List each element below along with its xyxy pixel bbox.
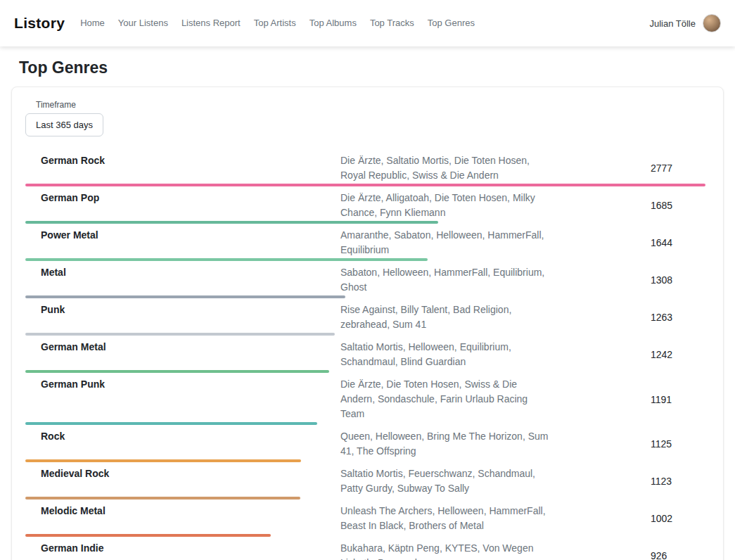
genre-row: RockQueen, Helloween, Bring Me The Horiz…: [25, 425, 705, 462]
genre-row: Power MetalAmaranthe, Sabaton, Helloween…: [25, 224, 705, 261]
genre-row: Melodic MetalUnleash The Archers, Hellow…: [25, 499, 705, 537]
genre-row: German RockDie Ärzte, Saltatio Mortis, D…: [25, 149, 705, 186]
timeframe-label: Timeframe: [36, 100, 705, 110]
nav-link-top-tracks[interactable]: Top Tracks: [370, 0, 414, 46]
genre-artists: Die Ärzte, Die Toten Hosen, Swiss & Die …: [340, 377, 551, 421]
genre-count: 926: [651, 550, 705, 560]
genre-row: German PunkDie Ärzte, Die Toten Hosen, S…: [25, 373, 705, 425]
genre-artists: Sabaton, Helloween, HammerFall, Equilibr…: [340, 265, 551, 295]
genre-row: German PopDie Ärzte, Alligatoah, Die Tot…: [25, 186, 705, 224]
nav-link-home[interactable]: Home: [80, 0, 105, 46]
main-content: Top Genres Timeframe Last 365 days Germa…: [0, 46, 735, 560]
genre-name: German Pop: [25, 191, 340, 220]
genre-artists: Die Ärzte, Alligatoah, Die Toten Hosen, …: [340, 191, 551, 220]
genre-table: German RockDie Ärzte, Saltatio Mortis, D…: [25, 149, 705, 560]
genre-artists: Rise Against, Billy Talent, Bad Religion…: [340, 303, 551, 332]
genre-row: PunkRise Against, Billy Talent, Bad Reli…: [25, 298, 705, 336]
genre-name: Medieval Rock: [25, 466, 340, 496]
genre-count: 1242: [651, 349, 705, 360]
genre-count: 2777: [651, 163, 705, 174]
genre-artists: Amaranthe, Sabaton, Helloween, HammerFal…: [340, 228, 551, 257]
nav-link-top-albums[interactable]: Top Albums: [309, 0, 357, 46]
genre-name: Melodic Metal: [25, 504, 340, 533]
genre-artists: Unleash The Archers, Helloween, HammerFa…: [340, 504, 551, 533]
genre-row: MetalSabaton, Helloween, HammerFall, Equ…: [25, 261, 705, 298]
genre-artists: Saltatio Mortis, Feuerschwanz, Schandmau…: [340, 466, 551, 496]
genre-row: Medieval RockSaltatio Mortis, Feuerschwa…: [25, 462, 705, 499]
genre-count: 1644: [651, 237, 705, 248]
brand-logo[interactable]: Listory: [14, 15, 65, 32]
user-avatar[interactable]: [703, 14, 721, 32]
genre-artists: Die Ärzte, Saltatio Mortis, Die Toten Ho…: [340, 153, 551, 183]
timeframe-select[interactable]: Last 365 days: [25, 113, 103, 136]
genre-count: 1125: [651, 438, 705, 450]
main-nav: HomeYour ListensListens ReportTop Artist…: [80, 0, 649, 46]
genre-count: 1308: [651, 274, 705, 286]
nav-link-your-listens[interactable]: Your Listens: [118, 0, 168, 46]
genre-count: 1191: [651, 394, 705, 405]
genre-name: German Punk: [25, 377, 340, 421]
genre-count: 1002: [651, 513, 705, 524]
genre-name: Power Metal: [25, 228, 340, 257]
nav-link-listens-report[interactable]: Listens Report: [181, 0, 241, 46]
genre-row: German IndieBukahara, Käptn Peng, KYTES,…: [25, 537, 705, 560]
genre-name: Punk: [25, 303, 340, 332]
genre-name: German Metal: [25, 340, 340, 369]
genre-name: Rock: [25, 429, 340, 459]
user-name[interactable]: Julian Tölle: [649, 18, 696, 29]
genre-count: 1685: [651, 200, 705, 211]
nav-link-top-artists[interactable]: Top Artists: [254, 0, 296, 46]
top-navbar: Listory HomeYour ListensListens ReportTo…: [0, 0, 735, 46]
genre-count: 1263: [651, 312, 705, 323]
genre-artists: Saltatio Mortis, Helloween, Equilibrium,…: [340, 340, 551, 369]
genre-count: 1123: [651, 476, 705, 487]
nav-link-top-genres[interactable]: Top Genres: [428, 0, 475, 46]
genre-row: German MetalSaltatio Mortis, Helloween, …: [25, 336, 705, 373]
genre-artists: Queen, Helloween, Bring Me The Horizon, …: [340, 429, 551, 459]
genre-name: German Rock: [25, 153, 340, 183]
page-title: Top Genres: [19, 58, 724, 77]
genre-name: Metal: [25, 265, 340, 295]
timeframe-control: Timeframe Last 365 days: [25, 100, 705, 136]
user-area: Julian Tölle: [649, 14, 721, 32]
top-genres-card: Timeframe Last 365 days German RockDie Ä…: [11, 87, 724, 560]
genre-artists: Bukahara, Käptn Peng, KYTES, Von Wegen L…: [340, 541, 551, 560]
genre-name: German Indie: [25, 541, 340, 560]
